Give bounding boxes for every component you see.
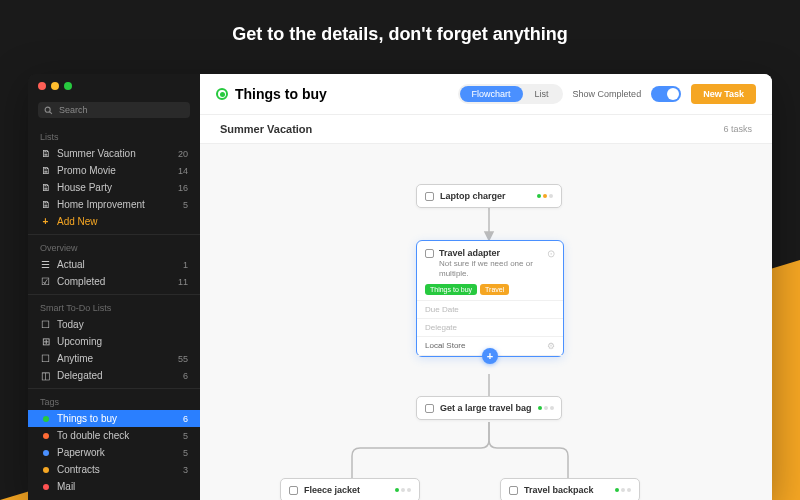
show-completed-toggle[interactable]	[651, 86, 681, 102]
view-flowchart-button[interactable]: Flowchart	[460, 86, 523, 102]
location-label: Local Store	[425, 341, 465, 350]
task-card-travel-adapter[interactable]: Travel adapter Not sure if we need one o…	[416, 240, 564, 357]
window-traffic-lights[interactable]	[28, 74, 200, 98]
due-date-field[interactable]: Due Date	[417, 300, 563, 318]
sidebar-item-upcoming[interactable]: ⊞Upcoming	[28, 333, 200, 350]
task-subtitle: Not sure if we need one or multiple.	[439, 259, 542, 280]
task-node-fleece-jacket[interactable]: Fleece jacket	[280, 478, 420, 500]
sidebar-item-label: Paperwork	[57, 447, 177, 458]
sidebar-item-count: 55	[178, 354, 188, 364]
task-count: 6 tasks	[723, 124, 752, 134]
sidebar-item-count: 1	[183, 260, 188, 270]
sidebar-item-label: Delegated	[57, 370, 177, 381]
sidebar-tag-mail[interactable]: Mail	[28, 478, 200, 495]
calendar-icon: ☐	[40, 319, 51, 330]
task-label: Travel backpack	[524, 485, 609, 495]
sidebar-tag-things-to-buy[interactable]: Things to buy6	[28, 410, 200, 427]
sidebar-item-label: Completed	[57, 276, 172, 287]
delegate-field[interactable]: Delegate	[417, 318, 563, 336]
document-icon: 🗎	[40, 148, 51, 159]
sidebar-item-count: 11	[178, 277, 188, 287]
tag-dot-icon	[40, 450, 51, 456]
sidebar-item-delegated[interactable]: ◫Delegated6	[28, 367, 200, 384]
checkbox[interactable]	[425, 404, 434, 413]
tag-dot-icon	[40, 484, 51, 490]
section-header-lists: Lists	[28, 128, 200, 145]
sidebar-item-label: Contracts	[57, 464, 177, 475]
svg-marker-1	[485, 232, 493, 240]
document-icon: 🗎	[40, 182, 51, 193]
maximize-icon[interactable]	[64, 82, 72, 90]
sidebar-item-completed[interactable]: ☑Completed11	[28, 273, 200, 290]
page-tagline: Get to the details, don't forget anythin…	[0, 0, 800, 63]
sidebar-item-anytime[interactable]: ☐Anytime55	[28, 350, 200, 367]
new-task-button[interactable]: New Task	[691, 84, 756, 104]
tag-dot-icon	[40, 416, 51, 422]
gear-icon[interactable]: ⚙	[547, 341, 555, 351]
view-list-button[interactable]: List	[523, 86, 561, 102]
search-placeholder: Search	[59, 105, 88, 115]
sidebar-item-count: 5	[183, 431, 188, 441]
task-label: Get a large travel bag	[440, 403, 532, 413]
sidebar-item-label: Today	[57, 319, 182, 330]
sidebar-item-actual[interactable]: ☰Actual1	[28, 256, 200, 273]
task-label: Laptop charger	[440, 191, 531, 201]
sidebar-item-count: 6	[183, 414, 188, 424]
flowchart-canvas[interactable]: Laptop charger Travel adapter Not sure i…	[200, 144, 772, 500]
sidebar-item-promo-movie[interactable]: 🗎Promo Movie14	[28, 162, 200, 179]
close-card-icon[interactable]: ⊙	[547, 248, 555, 259]
tag-dot-icon	[40, 467, 51, 473]
task-tags-icon	[395, 488, 411, 492]
section-header-smart: Smart To-Do Lists	[28, 299, 200, 316]
task-title: Travel adapter	[439, 248, 542, 258]
list-title: Summer Vacation	[220, 123, 312, 135]
task-node-large-travel-bag[interactable]: Get a large travel bag	[416, 396, 562, 420]
sidebar-item-count: 5	[183, 200, 188, 210]
show-completed-label: Show Completed	[573, 89, 642, 99]
sidebar-item-label: Things to buy	[57, 413, 177, 424]
sidebar-item-count: 20	[178, 149, 188, 159]
add-new-label: Add New	[57, 216, 188, 227]
tag-dot-icon	[40, 433, 51, 439]
box-icon: ☐	[40, 353, 51, 364]
list-icon: ☰	[40, 259, 51, 270]
sidebar-item-count: 6	[183, 371, 188, 381]
search-icon	[44, 106, 53, 115]
sidebar-item-label: Mail	[57, 481, 182, 492]
add-new-list-button[interactable]: +Add New	[28, 213, 200, 230]
checkbox[interactable]	[509, 486, 518, 495]
add-child-button[interactable]: +	[482, 348, 498, 364]
checkbox[interactable]	[289, 486, 298, 495]
tag-chip[interactable]: Travel	[480, 284, 509, 295]
view-switcher[interactable]: Flowchart List	[458, 84, 563, 104]
checkbox[interactable]	[425, 192, 434, 201]
app-window: Search Lists 🗎Summer Vacation20 🗎Promo M…	[28, 74, 772, 500]
person-icon: ◫	[40, 370, 51, 381]
sidebar-item-label: House Party	[57, 182, 172, 193]
toolbar: Things to buy Flowchart List Show Comple…	[200, 74, 772, 115]
sidebar-item-today[interactable]: ☐Today	[28, 316, 200, 333]
calendar-icon: ⊞	[40, 336, 51, 347]
task-node-laptop-charger[interactable]: Laptop charger	[416, 184, 562, 208]
checkbox[interactable]	[425, 249, 434, 258]
check-icon: ☑	[40, 276, 51, 287]
sidebar-item-house-party[interactable]: 🗎House Party16	[28, 179, 200, 196]
sidebar-item-home-improvement[interactable]: 🗎Home Improvement5	[28, 196, 200, 213]
close-icon[interactable]	[38, 82, 46, 90]
minimize-icon[interactable]	[51, 82, 59, 90]
sidebar-item-count: 16	[178, 183, 188, 193]
tag-indicator-icon	[216, 88, 228, 100]
plus-icon: +	[40, 216, 51, 227]
sidebar-item-count: 3	[183, 465, 188, 475]
sidebar-item-summer-vacation[interactable]: 🗎Summer Vacation20	[28, 145, 200, 162]
tag-chip[interactable]: Things to buy	[425, 284, 477, 295]
sidebar-tag-double-check[interactable]: To double check5	[28, 427, 200, 444]
sidebar-tag-contracts[interactable]: Contracts3	[28, 461, 200, 478]
main-area: Things to buy Flowchart List Show Comple…	[200, 74, 772, 500]
task-node-travel-backpack[interactable]: Travel backpack	[500, 478, 640, 500]
sidebar-item-label: To double check	[57, 430, 177, 441]
document-icon: 🗎	[40, 199, 51, 210]
task-tags-icon	[538, 406, 554, 410]
search-input[interactable]: Search	[38, 102, 190, 118]
sidebar-tag-paperwork[interactable]: Paperwork5	[28, 444, 200, 461]
